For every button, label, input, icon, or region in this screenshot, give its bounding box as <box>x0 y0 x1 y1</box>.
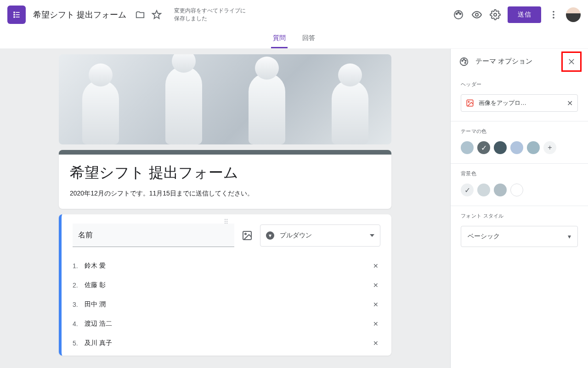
font-section: フォント スタイル ベーシック ▾ <box>451 206 588 256</box>
svg-point-14 <box>553 17 554 19</box>
svg-point-18 <box>462 60 463 61</box>
delete-option-icon[interactable]: ✕ <box>371 282 380 289</box>
remove-image-icon[interactable]: ✕ <box>567 99 573 108</box>
question-type-dropdown[interactable]: ▾ プルダウン <box>260 224 380 247</box>
delete-option-icon[interactable]: ✕ <box>371 301 380 308</box>
option-row[interactable]: 4. 渡辺 浩二 ✕ <box>73 314 380 334</box>
app-logo[interactable] <box>7 6 26 24</box>
chevron-down-icon: ▾ <box>568 233 571 240</box>
font-value: ベーシック <box>468 232 500 241</box>
bg-color-section: 背景色 ✓ <box>451 164 588 206</box>
option-row[interactable]: 1. 鈴木 愛 ✕ <box>73 256 380 276</box>
theme-color-swatch[interactable] <box>510 141 523 154</box>
svg-point-23 <box>468 101 469 102</box>
option-number: 5. <box>73 339 85 347</box>
font-label: フォント スタイル <box>461 213 578 219</box>
theme-color-section: テーマの色 ✓+ <box>451 121 588 164</box>
svg-point-7 <box>456 13 458 15</box>
option-row[interactable]: 2. 佐藤 彰 ✕ <box>73 276 380 295</box>
theme-color-swatch[interactable] <box>494 141 507 154</box>
chevron-down-icon <box>370 234 374 237</box>
drag-handle-icon[interactable]: ⠿ <box>224 218 229 225</box>
option-label[interactable]: 田中 潤 <box>85 300 371 309</box>
close-icon <box>567 58 576 66</box>
svg-point-13 <box>553 14 554 16</box>
header-image-section: ヘッダー 画像をアップロ… ✕ <box>451 75 588 121</box>
canvas: 希望シフト 提出フォーム 2020年12月のシフトです。11月15日までに送信し… <box>0 49 450 368</box>
form-title-card[interactable]: 希望シフト 提出フォーム 2020年12月のシフトです。11月15日までに送信し… <box>59 150 391 209</box>
folder-icon[interactable] <box>135 9 146 20</box>
svg-point-21 <box>465 62 466 63</box>
theme-sidepanel: テーマ オプション ヘッダー 画像をアップロ… ✕ テーマの色 ✓+ 背景色 ✓ <box>450 49 588 368</box>
theme-color-swatch[interactable] <box>461 141 474 154</box>
save-status: 変更内容をすべてドライブに保存しました <box>174 7 248 23</box>
font-style-dropdown[interactable]: ベーシック ▾ <box>461 226 578 247</box>
svg-rect-4 <box>13 16 15 17</box>
svg-point-12 <box>553 11 554 13</box>
svg-point-19 <box>464 59 464 60</box>
svg-rect-2 <box>13 14 15 15</box>
bg-color-label: 背景色 <box>461 170 578 177</box>
option-label[interactable]: 及川 真子 <box>85 339 371 347</box>
palette-icon[interactable] <box>452 9 464 21</box>
svg-rect-5 <box>16 17 19 17</box>
app-header: 希望シフト 提出フォーム 変更内容をすべてドライブに保存しました 送信 <box>0 0 588 29</box>
theme-color-label: テーマの色 <box>461 128 578 135</box>
palette-icon <box>459 57 469 67</box>
svg-rect-1 <box>16 12 19 13</box>
form-title-text[interactable]: 希望シフト 提出フォーム <box>33 9 126 20</box>
settings-icon[interactable] <box>489 9 501 21</box>
form-title[interactable]: 希望シフト 提出フォーム <box>70 163 380 183</box>
svg-point-9 <box>460 13 461 15</box>
option-label[interactable]: 鈴木 愛 <box>85 262 371 270</box>
svg-point-11 <box>494 13 497 16</box>
upload-image-label: 画像をアップロ… <box>479 99 562 107</box>
more-icon[interactable] <box>548 9 560 21</box>
svg-rect-3 <box>16 14 19 15</box>
bg-color-swatch[interactable] <box>510 184 523 196</box>
svg-point-16 <box>245 233 246 235</box>
tab-questions[interactable]: 質問 <box>271 29 288 48</box>
option-label[interactable]: 渡辺 浩二 <box>85 320 371 328</box>
theme-color-swatch[interactable] <box>527 141 540 154</box>
option-row[interactable]: 3. 田中 潤 ✕ <box>73 295 380 314</box>
option-row[interactable]: 5. 及川 真子 ✕ <box>73 334 380 353</box>
close-sidepanel-button[interactable] <box>561 52 582 72</box>
image-icon <box>466 99 474 107</box>
send-button[interactable]: 送信 <box>508 6 541 23</box>
option-number: 3. <box>73 301 85 308</box>
delete-option-icon[interactable]: ✕ <box>371 339 380 347</box>
workspace: 希望シフト 提出フォーム 2020年12月のシフトです。11月15日までに送信し… <box>0 49 588 368</box>
form-description[interactable]: 2020年12月のシフトです。11月15日までに送信してください。 <box>70 190 380 198</box>
options-list: 1. 鈴木 愛 ✕2. 佐藤 彰 ✕3. 田中 潤 ✕4. 渡辺 浩二 ✕5. … <box>73 256 380 353</box>
upload-image-chip[interactable]: 画像をアップロ… ✕ <box>461 94 578 112</box>
delete-option-icon[interactable]: ✕ <box>371 320 380 328</box>
option-label[interactable]: 佐藤 彰 <box>85 281 371 289</box>
add-color-button[interactable]: + <box>543 141 556 154</box>
question-title-input[interactable] <box>73 224 234 247</box>
header-section-label: ヘッダー <box>461 81 578 88</box>
question-card[interactable]: ⠿ ▾ プルダウン 1. 鈴木 愛 ✕2. 佐藤 彰 ✕3. 田中 潤 ✕4. … <box>59 214 391 356</box>
user-avatar[interactable] <box>566 7 581 22</box>
preview-icon[interactable] <box>471 9 483 21</box>
option-number: 4. <box>73 320 85 328</box>
insert-image-icon[interactable] <box>242 230 253 241</box>
svg-rect-0 <box>13 12 15 13</box>
delete-option-icon[interactable]: ✕ <box>371 262 380 270</box>
svg-point-8 <box>458 12 459 13</box>
svg-point-10 <box>475 13 478 16</box>
tab-responses[interactable]: 回答 <box>300 29 317 48</box>
star-icon[interactable] <box>151 9 162 20</box>
option-number: 1. <box>73 262 85 270</box>
bg-color-swatch[interactable]: ✓ <box>461 184 474 196</box>
tabs: 質問 回答 <box>0 29 588 49</box>
header-image <box>59 54 391 144</box>
svg-point-20 <box>465 60 466 61</box>
bg-color-swatch[interactable] <box>477 184 490 196</box>
question-type-label: プルダウン <box>280 231 364 240</box>
bg-color-swatch[interactable] <box>494 184 507 196</box>
theme-color-swatch[interactable]: ✓ <box>477 141 490 154</box>
sidepanel-title: テーマ オプション <box>475 57 555 66</box>
option-number: 2. <box>73 282 85 289</box>
dropdown-type-icon: ▾ <box>266 231 274 240</box>
